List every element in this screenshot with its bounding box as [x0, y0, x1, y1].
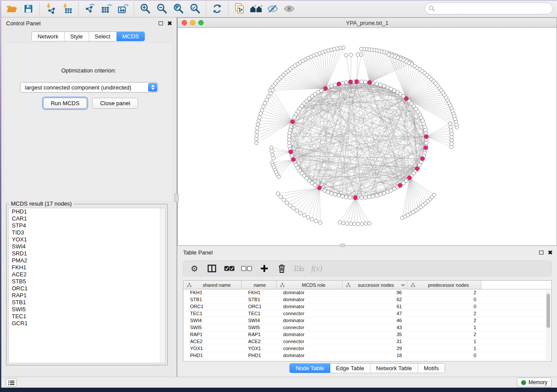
tab-mcds[interactable]: MCDS [117, 32, 145, 41]
cell-shared_name: FKH1 [183, 289, 242, 296]
export-table-button[interactable] [98, 2, 114, 16]
show-column-chooser-button[interactable] [206, 263, 218, 274]
tab-network[interactable]: Network [32, 32, 65, 41]
table-settings-button[interactable]: ⚙ [189, 263, 200, 274]
zoom-fit-button[interactable] [170, 2, 187, 16]
column-header-mcds-role[interactable]: MCDS role [277, 281, 343, 289]
clone-network-icon [234, 3, 245, 14]
tab-style[interactable]: Style [65, 32, 89, 41]
mcds-result-item[interactable]: PHD1 [9, 208, 165, 215]
export-network-icon [84, 3, 95, 14]
zoom-in-button[interactable] [137, 2, 153, 16]
column-header-predecessor-nodes[interactable]: predecessor nodes [407, 281, 481, 289]
import-network-button[interactable] [42, 2, 59, 16]
memory-button[interactable]: Memory [517, 378, 552, 387]
eye-icon [283, 3, 295, 14]
network-canvas[interactable] [178, 28, 557, 245]
deselect-all-rows-button[interactable] [241, 263, 253, 274]
mcds-result-item[interactable]: STB5 [9, 278, 165, 285]
table-row[interactable]: FKH1FKH1dominator962 [183, 289, 551, 296]
delete-table-button[interactable] [294, 263, 305, 274]
mcds-result-item[interactable]: TEC1 [9, 313, 165, 320]
create-column-button[interactable] [259, 263, 270, 274]
search-input[interactable] [425, 3, 553, 14]
table-row[interactable]: TEC1TEC1connector472 [183, 310, 551, 317]
table-body: FKH1FKH1dominator962STB1STB1dominator620… [183, 289, 551, 359]
mcds-result-item[interactable]: RAP1 [9, 292, 165, 299]
table-tab-motifs[interactable]: Motifs [418, 364, 445, 373]
zoom-out-button[interactable] [153, 2, 170, 16]
delete-column-button[interactable] [276, 263, 287, 274]
cell-mcds_role: dominator [277, 303, 343, 310]
network-view-window: YPA_prune.txt_1 [177, 17, 557, 246]
column-header-shared-name[interactable]: shared name [183, 281, 242, 289]
export-network-button[interactable] [81, 2, 98, 16]
run-mcds-button[interactable]: Run MCDS [43, 98, 87, 109]
table-row[interactable]: STB1STB1dominator620 [183, 296, 551, 303]
node-table: shared namenameMCDS rolesuccessor nodesp… [183, 280, 552, 361]
mcds-result-item[interactable]: ACE2 [9, 271, 165, 278]
table-row[interactable]: SWI5SWI5connector431 [183, 324, 551, 331]
show-all-button[interactable] [281, 2, 298, 16]
table-tab-node-table[interactable]: Node Table [290, 364, 330, 373]
cell-shared_name: SWI5 [183, 324, 242, 331]
mcds-result-item[interactable]: YOX1 [9, 236, 165, 243]
table-row[interactable]: SWI4SWI4dominator462 [183, 317, 551, 324]
import-table-button[interactable] [59, 2, 76, 16]
mcds-result-item[interactable]: CAR1 [9, 215, 165, 222]
mcds-result-item[interactable]: ORC1 [9, 285, 165, 292]
network-window-titlebar[interactable]: YPA_prune.txt_1 [178, 18, 557, 28]
table-tab-edge-table[interactable]: Edge Table [330, 364, 370, 373]
close-panel-button[interactable]: Close panel [92, 98, 138, 109]
tab-select[interactable]: Select [89, 32, 117, 41]
mcds-result-item[interactable]: SWI4 [9, 243, 165, 250]
close-panel-icon[interactable]: ✖ [167, 21, 172, 26]
float-panel-icon[interactable] [159, 21, 163, 25]
select-all-rows-button[interactable] [224, 263, 235, 274]
cell-successor_nodes: 43 [343, 324, 407, 331]
export-image-button[interactable] [114, 2, 131, 16]
mcds-result-item[interactable]: STB1 [9, 299, 165, 306]
float-table-panel-icon[interactable] [539, 251, 543, 254]
clone-network-button[interactable] [231, 2, 248, 16]
mcds-result-item[interactable]: TID3 [9, 229, 165, 236]
table-row[interactable]: YOX1YOX1connector291 [183, 345, 551, 352]
cell-shared_name: ORC1 [183, 303, 242, 310]
function-builder-button[interactable]: f(x) [311, 263, 322, 274]
mcds-result-item[interactable]: SWI5 [9, 306, 165, 313]
vertical-splitter-handle[interactable] [174, 193, 179, 202]
mcds-result-item[interactable]: GCR1 [9, 320, 165, 327]
cell-predecessor_nodes: 2 [407, 289, 481, 296]
cell-predecessor_nodes: 1 [407, 345, 481, 352]
select-stepper-icon [148, 83, 157, 92]
table-tab-network-table[interactable]: Network Table [370, 364, 418, 373]
optimization-criterion-select[interactable]: largest connected component (undirected) [20, 82, 158, 93]
table-scrollbar-thumb[interactable] [547, 294, 550, 328]
cell-mcds_role: dominator [277, 296, 343, 303]
mcds-list-scrollbar[interactable] [160, 208, 165, 363]
list-icon [8, 380, 14, 385]
mcds-result-list[interactable]: PHD1CAR1STP4TID3YOX1SWI4SRD1PMA2FKH1ACE2… [8, 208, 166, 363]
mcds-result-item[interactable]: PMA2 [9, 257, 165, 264]
first-neighbors-button[interactable] [248, 2, 264, 16]
table-row[interactable]: ORC1ORC1dominator610 [183, 303, 551, 310]
hide-selected-button[interactable] [264, 2, 281, 16]
zoom-fit-icon [173, 3, 184, 14]
mcds-result-item[interactable]: SRD1 [9, 250, 165, 257]
save-session-button[interactable] [20, 2, 37, 16]
table-row[interactable]: PHD1PHD1dominator180 [183, 352, 551, 359]
zoom-selected-button[interactable] [187, 2, 203, 16]
open-session-button[interactable] [3, 2, 20, 16]
mcds-result-item[interactable]: FKH1 [9, 264, 165, 271]
horizontal-splitter-handle[interactable] [340, 244, 345, 247]
column-header-successor-nodes[interactable]: successor nodes [343, 281, 407, 289]
close-table-panel-icon[interactable]: ✖ [548, 250, 553, 255]
show-task-history-button[interactable] [6, 378, 17, 387]
mcds-result-item[interactable]: STP4 [9, 222, 165, 229]
cell-predecessor_nodes: 2 [407, 317, 481, 324]
table-scrollbar[interactable] [546, 290, 551, 360]
table-row[interactable]: RAP1RAP1dominator352 [183, 331, 551, 338]
table-row[interactable]: ACE2ACE2connector311 [183, 338, 551, 345]
column-header-name[interactable]: name [242, 281, 277, 289]
refresh-button[interactable] [209, 2, 225, 16]
